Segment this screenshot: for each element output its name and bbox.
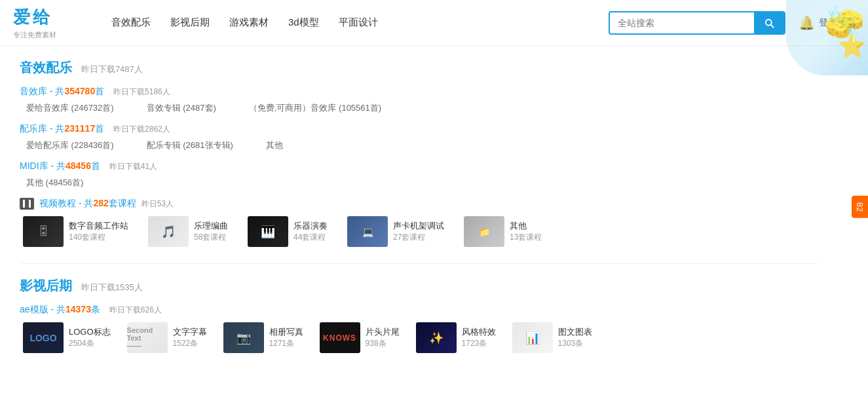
course-item-4[interactable]: 💻 声卡机架调试 27套课程 <box>347 216 444 247</box>
midi-lib-daily: 昨日下载41人 <box>109 162 157 171</box>
search-icon <box>763 17 775 29</box>
course-thumb-2: 🎵 <box>148 216 189 247</box>
music-lib-link-2[interactable]: 配乐专辑 (2681张专辑) <box>147 140 233 151</box>
ae-count-6: 1303条 <box>558 338 592 349</box>
course-list: 🎛 数字音频工作站 140套课程 🎵 乐理编曲 58套课程 <box>23 216 819 247</box>
ae-item-3[interactable]: 📷 相册写真 1271条 <box>223 322 303 353</box>
midi-lib-link-1[interactable]: 其他 (48456首) <box>26 177 83 189</box>
ae-item-2[interactable]: Second Text—— 文字字幕 1522条 <box>127 322 207 353</box>
course-item-5[interactable]: 📁 其他 13套课程 <box>464 216 542 247</box>
course-info-5: 其他 13套课程 <box>510 220 542 243</box>
course-name-1: 数字音频工作站 <box>69 220 128 232</box>
nav-video[interactable]: 影视后期 <box>170 16 210 29</box>
logo-text[interactable]: 爱给 <box>13 6 92 29</box>
right-badge[interactable]: 82 <box>852 196 868 218</box>
ae-thumb-6: 📊 <box>512 322 553 353</box>
user-area[interactable]: 🔔 登录 中 <box>799 15 855 31</box>
midi-lib-section: MIDI库 - 共48456首 昨日下载41人 其他 (48456首) <box>20 160 819 189</box>
music-lib-daily: 昨日下载2862人 <box>113 124 170 134</box>
ae-name-2: 文字字幕 <box>173 326 207 338</box>
sound-lib-links: 爱给音效库 (246732首) 音效专辑 (2487套) （免费,可商用）音效库… <box>26 102 819 114</box>
ae-item-1[interactable]: LOGO LOGO标志 2504条 <box>23 322 111 353</box>
ae-template-title: ae模版 - 共14373条 <box>20 304 103 314</box>
course-count-4: 27套课程 <box>393 232 444 243</box>
sound-section-header: 音效配乐 昨日下载7487人 <box>20 59 819 77</box>
ae-thumb-1: LOGO <box>23 322 64 353</box>
course-thumb-5: 📁 <box>464 216 504 247</box>
ae-info-4: 片头片尾 938条 <box>366 326 400 349</box>
video-tutorial-daily: 昨日53人 <box>142 198 174 210</box>
ae-count-3: 1271条 <box>269 338 303 349</box>
search-area <box>609 11 785 35</box>
ae-thumb-2: Second Text—— <box>127 322 168 353</box>
ae-count-2: 1522条 <box>173 338 207 349</box>
sound-lib-daily: 昨日下载5186人 <box>113 87 170 96</box>
course-item-3[interactable]: 🎹 乐器演奏 44套课程 <box>248 216 328 247</box>
search-button[interactable] <box>754 12 784 33</box>
video-post-daily: 昨日下载1535人 <box>81 282 143 292</box>
logo-sub: 专注免费素材 <box>13 30 92 40</box>
video-tutorial-title: 视频教程 - 共282套课程 <box>39 198 136 210</box>
ae-template-daily: 昨日下载626人 <box>109 305 162 314</box>
ae-item-6[interactable]: 📊 图文图表 1303条 <box>512 322 592 353</box>
sound-section-title: 音效配乐 <box>20 60 72 75</box>
ae-item-4[interactable]: KNOWS 片头片尾 938条 <box>320 322 400 353</box>
course-name-4: 声卡机架调试 <box>393 220 444 232</box>
course-thumb-3: 🎹 <box>248 216 288 247</box>
nav-3d[interactable]: 3d模型 <box>288 16 319 29</box>
nav-game[interactable]: 游戏素材 <box>229 16 269 29</box>
course-count-5: 13套课程 <box>510 232 542 243</box>
course-name-2: 乐理编曲 <box>194 220 228 232</box>
video-post-title: 影视后期 <box>20 278 72 293</box>
course-count-3: 44套课程 <box>293 232 328 243</box>
music-lib-link-3[interactable]: 其他 <box>266 140 283 151</box>
course-name-5: 其他 <box>510 220 542 232</box>
course-item-2[interactable]: 🎵 乐理编曲 58套课程 <box>148 216 228 247</box>
ae-count-4: 938条 <box>366 338 400 349</box>
course-info-4: 声卡机架调试 27套课程 <box>393 220 444 243</box>
course-count-2: 58套课程 <box>194 232 228 243</box>
lang-badge[interactable]: 中 <box>841 17 855 28</box>
music-lib-title: 配乐库 - 共231117首 <box>20 123 107 134</box>
ae-info-3: 相册写真 1271条 <box>269 326 303 349</box>
ae-thumb-5: ✨ <box>416 322 457 353</box>
login-label[interactable]: 登录 <box>819 17 837 29</box>
section-divider <box>20 263 819 264</box>
midi-lib-header: MIDI库 - 共48456首 昨日下载41人 <box>20 160 819 172</box>
sound-section: 音效配乐 昨日下载7487人 音效库 - 共354780首 昨日下载5186人 … <box>20 59 819 247</box>
ae-template-section: ae模版 - 共14373条 昨日下载626人 LOGO LOGO标志 2504… <box>20 304 819 353</box>
search-input[interactable] <box>610 13 754 33</box>
ae-template-header: ae模版 - 共14373条 昨日下载626人 <box>20 304 819 316</box>
nav-sound[interactable]: 音效配乐 <box>111 16 151 29</box>
music-lib-link-1[interactable]: 爱给配乐库 (228436首) <box>26 140 114 151</box>
course-item-1[interactable]: 🎛 数字音频工作站 140套课程 <box>23 216 128 247</box>
main-nav: 音效配乐 影视后期 游戏素材 3d模型 平面设计 <box>111 16 378 29</box>
music-lib-header: 配乐库 - 共231117首 昨日下载2862人 <box>20 123 819 135</box>
nav-design[interactable]: 平面设计 <box>339 16 378 29</box>
ae-info-2: 文字字幕 1522条 <box>173 326 207 349</box>
ae-thumb-4: KNOWS <box>320 322 360 353</box>
course-name-3: 乐器演奏 <box>293 220 328 232</box>
midi-lib-title: MIDI库 - 共48456首 <box>20 160 103 171</box>
course-info-3: 乐器演奏 44套课程 <box>293 220 328 243</box>
film-icon <box>20 198 34 210</box>
sound-lib-link-2[interactable]: 音效专辑 (2487套) <box>147 102 216 114</box>
ae-count-1: 2504条 <box>69 338 111 349</box>
course-info-1: 数字音频工作站 140套课程 <box>69 220 128 243</box>
course-info-2: 乐理编曲 58套课程 <box>194 220 228 243</box>
main-content: 音效配乐 昨日下载7487人 音效库 - 共354780首 昨日下载5186人 … <box>0 46 839 383</box>
ae-item-5[interactable]: ✨ 风格特效 1723条 <box>416 322 496 353</box>
video-tutorial-section: 视频教程 - 共282套课程 昨日53人 🎛 数字音频工作站 140套课程 <box>20 198 819 247</box>
ae-count-5: 1723条 <box>462 338 496 349</box>
sound-lib-link-1[interactable]: 爱给音效库 (246732首) <box>26 102 114 114</box>
video-post-header: 影视后期 昨日下载1535人 <box>20 277 819 295</box>
ae-name-3: 相册写真 <box>269 326 303 338</box>
bell-icon: 🔔 <box>799 15 815 31</box>
ae-thumb-3: 📷 <box>223 322 264 353</box>
ae-item-list: LOGO LOGO标志 2504条 Second Text—— 文字字幕 152… <box>23 322 819 353</box>
course-thumb-1: 🎛 <box>23 216 64 247</box>
sound-lib-link-3[interactable]: （免费,可商用）音效库 (105561首) <box>249 102 381 114</box>
header: 爱给 专注免费素材 音效配乐 影视后期 游戏素材 3d模型 平面设计 🔔 登录 … <box>0 0 868 46</box>
ae-info-1: LOGO标志 2504条 <box>69 326 111 349</box>
music-lib-section: 配乐库 - 共231117首 昨日下载2862人 爱给配乐库 (228436首)… <box>20 123 819 151</box>
